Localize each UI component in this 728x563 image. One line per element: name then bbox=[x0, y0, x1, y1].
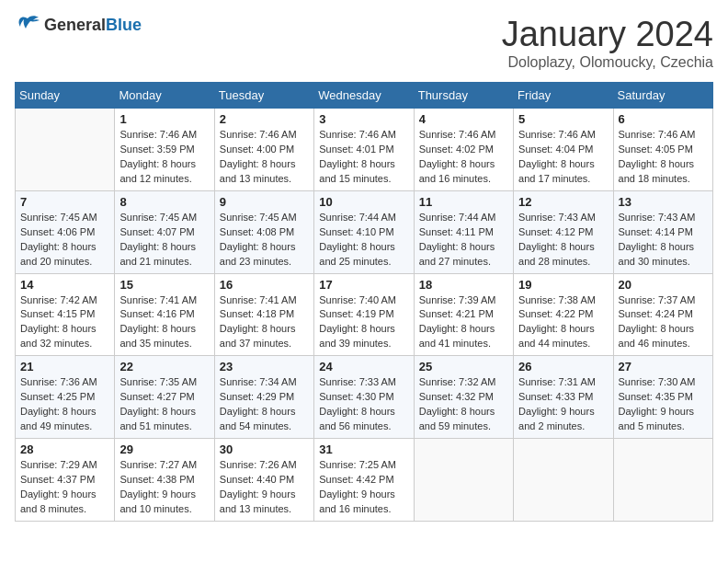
calendar-cell bbox=[613, 439, 712, 522]
calendar-cell: 23Sunrise: 7:34 AMSunset: 4:29 PMDayligh… bbox=[214, 356, 313, 439]
day-info: Sunrise: 7:35 AMSunset: 4:27 PMDaylight:… bbox=[119, 375, 209, 434]
day-info: Sunrise: 7:46 AMSunset: 4:05 PMDaylight:… bbox=[619, 128, 708, 187]
calendar-cell: 17Sunrise: 7:40 AMSunset: 4:19 PMDayligh… bbox=[314, 273, 414, 356]
calendar-cell: 22Sunrise: 7:35 AMSunset: 4:27 PMDayligh… bbox=[115, 356, 214, 439]
day-info: Sunrise: 7:25 AMSunset: 4:42 PMDaylight:… bbox=[319, 458, 408, 517]
day-info: Sunrise: 7:41 AMSunset: 4:18 PMDaylight:… bbox=[220, 293, 309, 352]
day-info: Sunrise: 7:37 AMSunset: 4:24 PMDaylight:… bbox=[619, 293, 708, 352]
day-info: Sunrise: 7:29 AMSunset: 4:37 PMDaylight:… bbox=[20, 458, 109, 517]
calendar-week-row: 21Sunrise: 7:36 AMSunset: 4:25 PMDayligh… bbox=[16, 356, 713, 439]
day-number: 16 bbox=[220, 278, 309, 292]
day-number: 15 bbox=[119, 278, 209, 292]
day-info: Sunrise: 7:30 AMSunset: 4:35 PMDaylight:… bbox=[619, 375, 708, 434]
day-info: Sunrise: 7:33 AMSunset: 4:30 PMDaylight:… bbox=[319, 375, 408, 434]
calendar-cell: 24Sunrise: 7:33 AMSunset: 4:30 PMDayligh… bbox=[314, 356, 414, 439]
day-number: 26 bbox=[518, 360, 608, 373]
day-number: 1 bbox=[119, 112, 209, 126]
day-number: 19 bbox=[518, 278, 608, 292]
calendar-cell: 26Sunrise: 7:31 AMSunset: 4:33 PMDayligh… bbox=[514, 356, 613, 439]
day-number: 20 bbox=[619, 278, 708, 292]
day-info: Sunrise: 7:46 AMSunset: 4:02 PMDaylight:… bbox=[419, 128, 508, 187]
day-number: 23 bbox=[220, 360, 309, 373]
weekday-header-thursday: Thursday bbox=[414, 83, 513, 109]
day-number: 3 bbox=[319, 112, 408, 126]
day-info: Sunrise: 7:45 AMSunset: 4:06 PMDaylight:… bbox=[20, 211, 109, 270]
day-number: 31 bbox=[319, 442, 408, 456]
page-header: GeneralBlue January 2024 Doloplazy, Olom… bbox=[15, 15, 713, 71]
calendar-cell: 18Sunrise: 7:39 AMSunset: 4:21 PMDayligh… bbox=[414, 273, 513, 356]
calendar-cell: 25Sunrise: 7:32 AMSunset: 4:32 PMDayligh… bbox=[414, 356, 513, 439]
day-number: 27 bbox=[619, 360, 708, 373]
day-number: 13 bbox=[619, 195, 708, 209]
day-info: Sunrise: 7:45 AMSunset: 4:07 PMDaylight:… bbox=[119, 211, 209, 270]
day-number: 30 bbox=[220, 442, 309, 456]
calendar-cell: 16Sunrise: 7:41 AMSunset: 4:18 PMDayligh… bbox=[214, 273, 313, 356]
day-info: Sunrise: 7:42 AMSunset: 4:15 PMDaylight:… bbox=[20, 293, 109, 352]
day-number: 18 bbox=[419, 278, 508, 292]
day-number: 12 bbox=[518, 195, 608, 209]
day-info: Sunrise: 7:46 AMSunset: 4:04 PMDaylight:… bbox=[518, 128, 608, 187]
calendar-cell: 8Sunrise: 7:45 AMSunset: 4:07 PMDaylight… bbox=[115, 190, 214, 273]
day-info: Sunrise: 7:43 AMSunset: 4:12 PMDaylight:… bbox=[518, 211, 608, 270]
calendar-week-row: 14Sunrise: 7:42 AMSunset: 4:15 PMDayligh… bbox=[16, 273, 713, 356]
day-info: Sunrise: 7:44 AMSunset: 4:10 PMDaylight:… bbox=[319, 211, 408, 270]
day-info: Sunrise: 7:46 AMSunset: 4:01 PMDaylight:… bbox=[319, 128, 408, 187]
day-number: 14 bbox=[20, 278, 109, 292]
calendar-cell: 9Sunrise: 7:45 AMSunset: 4:08 PMDaylight… bbox=[214, 190, 313, 273]
calendar-cell bbox=[514, 439, 613, 522]
day-number: 7 bbox=[20, 195, 109, 209]
calendar-cell: 27Sunrise: 7:30 AMSunset: 4:35 PMDayligh… bbox=[613, 356, 712, 439]
day-info: Sunrise: 7:45 AMSunset: 4:08 PMDaylight:… bbox=[220, 211, 309, 270]
calendar-cell: 11Sunrise: 7:44 AMSunset: 4:11 PMDayligh… bbox=[414, 190, 513, 273]
calendar-cell: 5Sunrise: 7:46 AMSunset: 4:04 PMDaylight… bbox=[514, 109, 613, 191]
calendar-cell: 31Sunrise: 7:25 AMSunset: 4:42 PMDayligh… bbox=[314, 439, 414, 522]
logo-blue-text: Blue bbox=[106, 16, 142, 34]
calendar-cell: 28Sunrise: 7:29 AMSunset: 4:37 PMDayligh… bbox=[16, 439, 115, 522]
day-info: Sunrise: 7:31 AMSunset: 4:33 PMDaylight:… bbox=[518, 375, 608, 434]
calendar-cell: 29Sunrise: 7:27 AMSunset: 4:38 PMDayligh… bbox=[115, 439, 214, 522]
day-info: Sunrise: 7:36 AMSunset: 4:25 PMDaylight:… bbox=[20, 375, 109, 434]
logo-bird-icon bbox=[15, 15, 40, 35]
calendar-cell bbox=[414, 439, 513, 522]
calendar-cell: 6Sunrise: 7:46 AMSunset: 4:05 PMDaylight… bbox=[613, 109, 712, 191]
weekday-header-sunday: Sunday bbox=[16, 83, 115, 109]
weekday-header-wednesday: Wednesday bbox=[314, 83, 414, 109]
day-number: 6 bbox=[619, 112, 708, 126]
calendar-cell bbox=[16, 109, 115, 191]
calendar-table: SundayMondayTuesdayWednesdayThursdayFrid… bbox=[15, 82, 713, 522]
calendar-cell: 30Sunrise: 7:26 AMSunset: 4:40 PMDayligh… bbox=[214, 439, 313, 522]
day-info: Sunrise: 7:32 AMSunset: 4:32 PMDaylight:… bbox=[419, 375, 508, 434]
day-number: 28 bbox=[20, 442, 109, 456]
calendar-week-row: 1Sunrise: 7:46 AMSunset: 3:59 PMDaylight… bbox=[16, 109, 713, 191]
day-number: 21 bbox=[20, 360, 109, 373]
calendar-week-row: 28Sunrise: 7:29 AMSunset: 4:37 PMDayligh… bbox=[16, 439, 713, 522]
day-number: 8 bbox=[119, 195, 209, 209]
weekday-header-friday: Friday bbox=[514, 83, 613, 109]
day-info: Sunrise: 7:43 AMSunset: 4:14 PMDaylight:… bbox=[619, 211, 708, 270]
day-number: 11 bbox=[419, 195, 508, 209]
day-info: Sunrise: 7:40 AMSunset: 4:19 PMDaylight:… bbox=[319, 293, 408, 352]
day-number: 2 bbox=[220, 112, 309, 126]
day-info: Sunrise: 7:41 AMSunset: 4:16 PMDaylight:… bbox=[119, 293, 209, 352]
month-title: January 2024 bbox=[502, 15, 713, 54]
day-number: 5 bbox=[518, 112, 608, 126]
weekday-header-tuesday: Tuesday bbox=[214, 83, 313, 109]
calendar-cell: 15Sunrise: 7:41 AMSunset: 4:16 PMDayligh… bbox=[115, 273, 214, 356]
logo: GeneralBlue bbox=[15, 15, 142, 35]
calendar-cell: 4Sunrise: 7:46 AMSunset: 4:02 PMDaylight… bbox=[414, 109, 513, 191]
day-info: Sunrise: 7:44 AMSunset: 4:11 PMDaylight:… bbox=[419, 211, 508, 270]
day-info: Sunrise: 7:27 AMSunset: 4:38 PMDaylight:… bbox=[119, 458, 209, 517]
day-number: 17 bbox=[319, 278, 408, 292]
weekday-header-monday: Monday bbox=[115, 83, 214, 109]
day-info: Sunrise: 7:46 AMSunset: 3:59 PMDaylight:… bbox=[119, 128, 209, 187]
day-info: Sunrise: 7:46 AMSunset: 4:00 PMDaylight:… bbox=[220, 128, 309, 187]
logo-general-text: General bbox=[44, 16, 106, 34]
calendar-cell: 2Sunrise: 7:46 AMSunset: 4:00 PMDaylight… bbox=[214, 109, 313, 191]
day-number: 4 bbox=[419, 112, 508, 126]
day-number: 29 bbox=[119, 442, 209, 456]
day-info: Sunrise: 7:38 AMSunset: 4:22 PMDaylight:… bbox=[518, 293, 608, 352]
day-number: 24 bbox=[319, 360, 408, 373]
calendar-cell: 10Sunrise: 7:44 AMSunset: 4:10 PMDayligh… bbox=[314, 190, 414, 273]
day-number: 9 bbox=[220, 195, 309, 209]
day-info: Sunrise: 7:26 AMSunset: 4:40 PMDaylight:… bbox=[220, 458, 309, 517]
